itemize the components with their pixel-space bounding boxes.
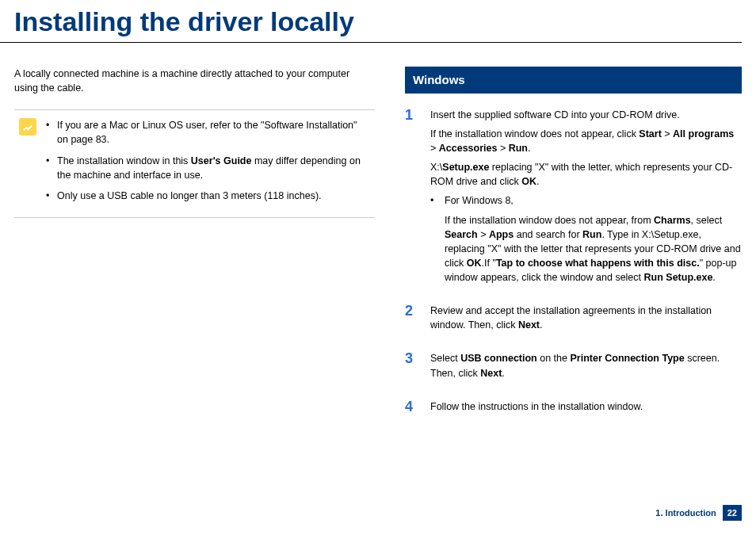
note-box: If you are a Mac or Linux OS user, refer… xyxy=(14,109,375,218)
step-2: 2 Review and accept the installation agr… xyxy=(405,304,742,337)
step-text: X:\Setup.exe replacing "X" with the lett… xyxy=(430,160,742,189)
note-item: Only use a USB cable no longer than 3 me… xyxy=(44,189,370,203)
sub-label: For Windows 8, xyxy=(445,193,742,208)
sub-bullet-body: For Windows 8, If the installation windo… xyxy=(445,193,742,289)
step-text: If the installation window does not appe… xyxy=(430,127,742,155)
step-body: Follow the instructions in the installat… xyxy=(430,399,742,418)
note-item: If you are a Mac or Linux OS user, refer… xyxy=(44,118,370,147)
sub-text: If the installation window does not appe… xyxy=(445,213,742,285)
step-1: 1 Insert the supplied software CD into y… xyxy=(405,108,742,289)
step-number: 2 xyxy=(405,304,419,337)
right-column: Windows 1 Insert the supplied software C… xyxy=(405,67,742,433)
step-3: 3 Select USB connection on the Printer C… xyxy=(405,351,742,384)
step-body: Review and accept the installation agree… xyxy=(430,304,742,337)
note-list: If you are a Mac or Linux OS user, refer… xyxy=(44,118,370,209)
chapter-label: 1. Introduction xyxy=(655,508,716,518)
step-text: Select USB connection on the Printer Con… xyxy=(430,351,742,380)
step-text: Review and accept the installation agree… xyxy=(430,304,742,332)
step-text: Follow the instructions in the installat… xyxy=(430,399,742,414)
page-title: Installing the driver locally xyxy=(0,0,742,43)
section-header-windows: Windows xyxy=(405,67,742,94)
step-4: 4 Follow the instructions in the install… xyxy=(405,399,742,418)
bullet-icon: • xyxy=(430,193,438,289)
step-body: Insert the supplied software CD into you… xyxy=(430,108,742,289)
step-number: 4 xyxy=(405,399,419,418)
step-number: 3 xyxy=(405,351,419,384)
page-footer: 1. Introduction 22 xyxy=(655,505,742,521)
left-column: A locally connected machine is a machine… xyxy=(14,67,375,433)
step-number: 1 xyxy=(405,108,419,289)
page-number: 22 xyxy=(723,505,742,521)
step-body: Select USB connection on the Printer Con… xyxy=(430,351,742,384)
note-item: The installation window in this User's G… xyxy=(44,154,370,182)
intro-paragraph: A locally connected machine is a machine… xyxy=(14,67,375,95)
sub-bullet: • For Windows 8, If the installation win… xyxy=(430,193,742,289)
content-area: A locally connected machine is a machine… xyxy=(0,43,756,433)
step-text: Insert the supplied software CD into you… xyxy=(430,108,742,122)
note-icon xyxy=(19,118,36,136)
